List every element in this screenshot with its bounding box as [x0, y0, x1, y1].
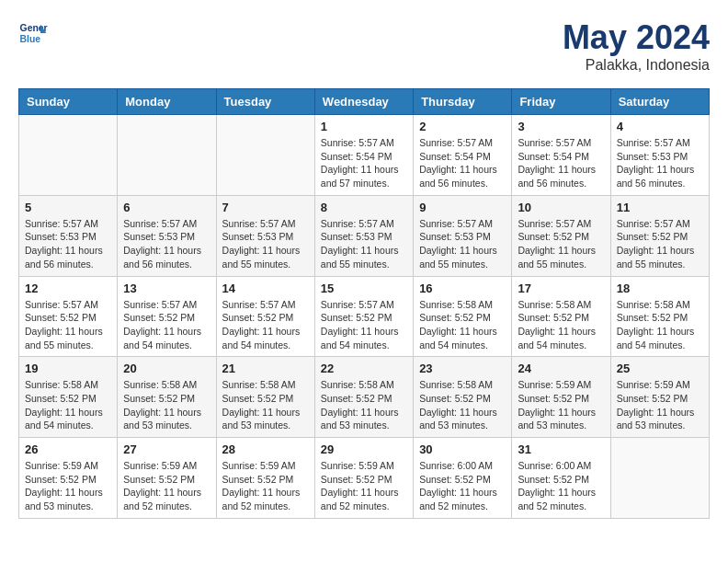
day-info: Sunrise: 5:57 AM Sunset: 5:53 PM Dayligh… [419, 217, 506, 271]
month-title: May 2024 [563, 18, 710, 57]
calendar-cell: 22Sunrise: 5:58 AM Sunset: 5:52 PM Dayli… [314, 357, 413, 438]
day-info: Sunrise: 5:57 AM Sunset: 5:53 PM Dayligh… [222, 217, 309, 271]
column-header-friday: Friday [512, 89, 610, 115]
column-header-thursday: Thursday [414, 89, 512, 115]
day-info: Sunrise: 5:57 AM Sunset: 5:54 PM Dayligh… [321, 136, 407, 190]
day-number: 21 [222, 362, 309, 375]
column-header-tuesday: Tuesday [216, 89, 314, 115]
day-number: 5 [25, 201, 111, 214]
calendar-cell: 17Sunrise: 5:58 AM Sunset: 5:52 PM Dayli… [512, 276, 610, 357]
column-header-monday: Monday [118, 89, 216, 115]
day-info: Sunrise: 5:57 AM Sunset: 5:52 PM Dayligh… [123, 298, 210, 352]
calendar-cell: 25Sunrise: 5:59 AM Sunset: 5:52 PM Dayli… [610, 357, 709, 438]
calendar-cell: 5Sunrise: 5:57 AM Sunset: 5:53 PM Daylig… [19, 195, 118, 276]
calendar-cell: 7Sunrise: 5:57 AM Sunset: 5:53 PM Daylig… [216, 195, 314, 276]
day-info: Sunrise: 5:58 AM Sunset: 5:52 PM Dayligh… [518, 298, 604, 352]
day-number: 28 [222, 442, 309, 456]
calendar-cell: 3Sunrise: 5:57 AM Sunset: 5:54 PM Daylig… [512, 115, 610, 196]
day-info: Sunrise: 6:00 AM Sunset: 5:52 PM Dayligh… [419, 459, 506, 513]
day-number: 4 [617, 120, 703, 133]
day-info: Sunrise: 5:58 AM Sunset: 5:52 PM Dayligh… [419, 298, 506, 352]
day-number: 27 [123, 442, 210, 456]
day-info: Sunrise: 5:57 AM Sunset: 5:53 PM Dayligh… [617, 136, 703, 190]
calendar-cell: 2Sunrise: 5:57 AM Sunset: 5:54 PM Daylig… [414, 115, 512, 196]
calendar-cell: 9Sunrise: 5:57 AM Sunset: 5:53 PM Daylig… [414, 195, 512, 276]
day-info: Sunrise: 5:57 AM Sunset: 5:52 PM Dayligh… [321, 298, 407, 352]
calendar-week-1: 1Sunrise: 5:57 AM Sunset: 5:54 PM Daylig… [19, 115, 710, 196]
calendar-cell: 21Sunrise: 5:58 AM Sunset: 5:52 PM Dayli… [216, 357, 314, 438]
calendar-cell: 20Sunrise: 5:58 AM Sunset: 5:52 PM Dayli… [118, 357, 216, 438]
title-block: May 2024 Palakka, Indonesia [563, 18, 710, 74]
calendar-cell: 23Sunrise: 5:58 AM Sunset: 5:52 PM Dayli… [414, 357, 512, 438]
calendar-week-2: 5Sunrise: 5:57 AM Sunset: 5:53 PM Daylig… [19, 195, 710, 276]
day-number: 22 [321, 362, 407, 375]
day-number: 17 [518, 282, 604, 295]
calendar-cell: 12Sunrise: 5:57 AM Sunset: 5:52 PM Dayli… [19, 276, 118, 357]
day-info: Sunrise: 5:57 AM Sunset: 5:52 PM Dayligh… [617, 217, 703, 271]
day-info: Sunrise: 5:57 AM Sunset: 5:52 PM Dayligh… [222, 298, 309, 352]
day-number: 23 [419, 362, 506, 375]
calendar-cell: 14Sunrise: 5:57 AM Sunset: 5:52 PM Dayli… [216, 276, 314, 357]
day-number: 8 [321, 201, 407, 214]
day-info: Sunrise: 5:57 AM Sunset: 5:53 PM Dayligh… [25, 217, 111, 271]
svg-text:Blue: Blue [20, 34, 41, 44]
calendar-cell [19, 115, 118, 196]
calendar-cell: 31Sunrise: 6:00 AM Sunset: 5:52 PM Dayli… [512, 438, 610, 519]
calendar-cell: 29Sunrise: 5:59 AM Sunset: 5:52 PM Dayli… [314, 438, 413, 519]
day-info: Sunrise: 5:57 AM Sunset: 5:53 PM Dayligh… [123, 217, 210, 271]
day-number: 11 [617, 201, 703, 214]
calendar-cell: 18Sunrise: 5:58 AM Sunset: 5:52 PM Dayli… [610, 276, 709, 357]
day-info: Sunrise: 6:00 AM Sunset: 5:52 PM Dayligh… [518, 459, 604, 513]
day-number: 24 [518, 362, 604, 375]
day-info: Sunrise: 5:57 AM Sunset: 5:54 PM Dayligh… [419, 136, 506, 190]
calendar-cell: 8Sunrise: 5:57 AM Sunset: 5:53 PM Daylig… [314, 195, 413, 276]
day-info: Sunrise: 5:59 AM Sunset: 5:52 PM Dayligh… [518, 378, 604, 432]
day-number: 16 [419, 282, 506, 295]
day-number: 18 [617, 282, 703, 295]
calendar-cell [610, 438, 709, 519]
calendar-cell: 4Sunrise: 5:57 AM Sunset: 5:53 PM Daylig… [610, 115, 709, 196]
day-info: Sunrise: 5:59 AM Sunset: 5:52 PM Dayligh… [617, 378, 703, 432]
day-number: 6 [123, 201, 210, 214]
calendar-cell: 11Sunrise: 5:57 AM Sunset: 5:52 PM Dayli… [610, 195, 709, 276]
calendar-cell: 30Sunrise: 6:00 AM Sunset: 5:52 PM Dayli… [414, 438, 512, 519]
day-info: Sunrise: 5:58 AM Sunset: 5:52 PM Dayligh… [123, 378, 210, 432]
calendar-cell: 6Sunrise: 5:57 AM Sunset: 5:53 PM Daylig… [118, 195, 216, 276]
calendar-cell: 24Sunrise: 5:59 AM Sunset: 5:52 PM Dayli… [512, 357, 610, 438]
day-number: 9 [419, 201, 506, 214]
day-info: Sunrise: 5:58 AM Sunset: 5:52 PM Dayligh… [321, 378, 407, 432]
calendar-cell: 13Sunrise: 5:57 AM Sunset: 5:52 PM Dayli… [118, 276, 216, 357]
day-number: 15 [321, 282, 407, 295]
calendar-cell: 26Sunrise: 5:59 AM Sunset: 5:52 PM Dayli… [19, 438, 118, 519]
calendar-week-4: 19Sunrise: 5:58 AM Sunset: 5:52 PM Dayli… [19, 357, 710, 438]
day-info: Sunrise: 5:57 AM Sunset: 5:54 PM Dayligh… [518, 136, 604, 190]
location: Palakka, Indonesia [563, 57, 710, 74]
day-info: Sunrise: 5:58 AM Sunset: 5:52 PM Dayligh… [617, 298, 703, 352]
day-info: Sunrise: 5:59 AM Sunset: 5:52 PM Dayligh… [321, 459, 407, 513]
calendar-cell: 15Sunrise: 5:57 AM Sunset: 5:52 PM Dayli… [314, 276, 413, 357]
day-info: Sunrise: 5:59 AM Sunset: 5:52 PM Dayligh… [123, 459, 210, 513]
column-header-wednesday: Wednesday [314, 89, 413, 115]
day-number: 7 [222, 201, 309, 214]
day-number: 19 [25, 362, 111, 375]
day-info: Sunrise: 5:57 AM Sunset: 5:52 PM Dayligh… [518, 217, 604, 271]
day-number: 1 [321, 120, 407, 133]
logo-icon: General Blue [18, 18, 48, 48]
calendar-cell [118, 115, 216, 196]
day-number: 25 [617, 362, 703, 375]
day-number: 13 [123, 282, 210, 295]
page-header: General Blue May 2024 Palakka, Indonesia [18, 18, 710, 74]
column-header-saturday: Saturday [610, 89, 709, 115]
column-header-sunday: Sunday [19, 89, 118, 115]
calendar-cell: 10Sunrise: 5:57 AM Sunset: 5:52 PM Dayli… [512, 195, 610, 276]
day-info: Sunrise: 5:57 AM Sunset: 5:53 PM Dayligh… [321, 217, 407, 271]
logo: General Blue [18, 18, 48, 48]
calendar-cell: 1Sunrise: 5:57 AM Sunset: 5:54 PM Daylig… [314, 115, 413, 196]
day-info: Sunrise: 5:57 AM Sunset: 5:52 PM Dayligh… [25, 298, 111, 352]
day-info: Sunrise: 5:59 AM Sunset: 5:52 PM Dayligh… [25, 459, 111, 513]
day-info: Sunrise: 5:58 AM Sunset: 5:52 PM Dayligh… [419, 378, 506, 432]
day-number: 26 [25, 442, 111, 456]
day-info: Sunrise: 5:59 AM Sunset: 5:52 PM Dayligh… [222, 459, 309, 513]
day-info: Sunrise: 5:58 AM Sunset: 5:52 PM Dayligh… [222, 378, 309, 432]
calendar-cell [216, 115, 314, 196]
